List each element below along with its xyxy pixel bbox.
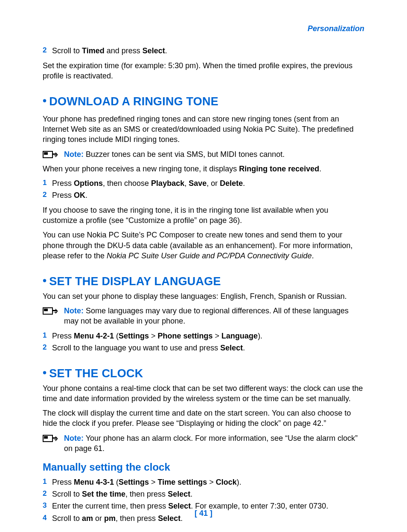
bold-text: Menu 4-3-1: [74, 478, 114, 486]
note-text: Note: Some languages may vary due to reg…: [64, 306, 364, 327]
bold-text: Playback: [151, 179, 184, 188]
text: .: [190, 490, 192, 498]
step-text: Scroll to Timed and press Select.: [52, 46, 167, 56]
heading-text: SET THE CLOCK: [49, 367, 143, 380]
paragraph: The clock will display the current time …: [43, 408, 364, 429]
bold-text: Select: [220, 344, 243, 352]
bold-text: OK: [74, 191, 85, 200]
list-item: 1 Press Menu 4-2-1 (Settings > Phone set…: [43, 331, 364, 341]
text: ).: [258, 332, 262, 340]
list-item: 1 Press Menu 4-3-1 (Settings > Time sett…: [43, 477, 364, 487]
bullet-icon: •: [43, 274, 49, 287]
note-label: Note:: [64, 150, 84, 159]
step-text: Press Options, then choose Playback, Sav…: [52, 178, 245, 188]
bold-text: Save: [189, 179, 206, 188]
text: , then press: [125, 490, 168, 498]
list-item: 2 Scroll to Timed and press Select.: [43, 46, 364, 56]
paragraph: You can set your phone to display these …: [43, 291, 364, 301]
step-number: 1: [43, 331, 52, 341]
text: Scroll to the language you want to use a…: [52, 344, 220, 352]
text: , or: [206, 179, 220, 188]
bold-text: Set the time: [82, 490, 125, 498]
text: Buzzer tones can be sent via SMS, but MI…: [84, 150, 285, 159]
text: Press: [52, 179, 74, 188]
page: Personalization 2 Scroll to Timed and pr…: [0, 0, 407, 532]
paragraph: Your phone contains a real-time clock th…: [43, 383, 364, 404]
step-text: Press OK.: [52, 190, 87, 200]
list-item: 2 Press OK.: [43, 190, 364, 200]
step-number: 1: [43, 477, 52, 487]
step-text: Scroll to Set the time, then press Selec…: [52, 489, 192, 499]
italic-text: Nokia PC Suite User Guide and PC/PDA Con…: [107, 252, 312, 260]
section-heading-ringing: •DOWNLOAD A RINGING TONE: [43, 94, 364, 109]
step-text: Press Menu 4-3-1 (Settings > Time settin…: [52, 477, 241, 487]
text: .: [319, 165, 321, 173]
step-number: 1: [43, 178, 52, 188]
paragraph: Set the expiration time (for example: 5:…: [43, 61, 364, 81]
bold-text: Ringing tone received: [239, 165, 319, 173]
text: (: [114, 332, 119, 340]
note-text: Note: Buzzer tones can be sent via SMS, …: [64, 149, 364, 159]
bold-text: Settings: [119, 478, 149, 486]
heading-text: SET THE DISPLAY LANGUAGE: [49, 275, 221, 288]
step-number: 2: [43, 46, 52, 56]
text: (: [114, 478, 119, 486]
text: ).: [237, 478, 241, 486]
section-heading-language: •SET THE DISPLAY LANGUAGE: [43, 274, 364, 289]
note-icon: [43, 433, 64, 443]
text: Scroll to: [52, 46, 82, 55]
list-item: 2 Scroll to Set the time, then press Sel…: [43, 489, 364, 499]
section-heading-clock: •SET THE CLOCK: [43, 366, 364, 381]
bullet-icon: •: [43, 366, 49, 379]
note: Note: Buzzer tones can be sent via SMS, …: [43, 149, 364, 159]
page-number: [ 41 ]: [0, 508, 407, 518]
bold-text: Timed: [82, 46, 105, 55]
bold-text: Time settings: [158, 478, 207, 486]
note: Note: Some languages may vary due to reg…: [43, 306, 364, 327]
note-text: Note: Your phone has an alarm clock. For…: [64, 433, 364, 454]
header-section: Personalization: [43, 23, 364, 34]
bold-text: Language: [221, 332, 258, 340]
text: .: [243, 179, 245, 188]
svg-rect-3: [44, 309, 48, 311]
text: Press: [52, 332, 74, 340]
step-number: 2: [43, 190, 52, 200]
bold-text: Settings: [119, 332, 149, 340]
text: Press: [52, 191, 74, 200]
step-text: Press Menu 4-2-1 (Settings > Phone setti…: [52, 331, 262, 341]
text: >: [213, 332, 222, 340]
heading-text: DOWNLOAD A RINGING TONE: [49, 95, 218, 108]
step-text: Scroll to the language you want to use a…: [52, 343, 245, 353]
text: .: [85, 191, 87, 200]
bold-text: Menu 4-2-1: [74, 332, 114, 340]
text: Your phone has an alarm clock. For more …: [64, 434, 358, 453]
bold-text: Select: [142, 46, 165, 55]
note: Note: Your phone has an alarm clock. For…: [43, 433, 364, 454]
text: Scroll to: [52, 490, 82, 498]
text: >: [207, 478, 216, 486]
text: >: [149, 332, 158, 340]
bold-text: Phone settings: [158, 332, 213, 340]
bullet-icon: •: [43, 94, 49, 107]
text: , then choose: [103, 179, 151, 188]
note-icon: [43, 149, 64, 159]
text: >: [149, 478, 158, 486]
list-item: 2 Scroll to the language you want to use…: [43, 343, 364, 353]
subsection-heading: Manually setting the clock: [43, 460, 364, 474]
text: .: [165, 46, 167, 55]
list-item: 1 Press Options, then choose Playback, S…: [43, 178, 364, 188]
note-label: Note:: [64, 434, 84, 442]
text: and press: [105, 46, 142, 55]
bold-text: Options: [74, 179, 103, 188]
bold-text: Delete: [220, 179, 243, 188]
text: Some languages may vary due to regional …: [64, 306, 349, 325]
text: .: [243, 344, 245, 352]
text: Press: [52, 478, 74, 486]
step-number: 2: [43, 343, 52, 353]
text: When your phone receives a new ringing t…: [43, 165, 239, 173]
svg-rect-5: [44, 436, 48, 439]
note-icon: [43, 306, 64, 316]
paragraph: You can use Nokia PC Suite’s PC Composer…: [43, 230, 364, 261]
paragraph: Your phone has predefined ringing tones …: [43, 114, 364, 145]
bold-text: Select: [168, 490, 190, 498]
